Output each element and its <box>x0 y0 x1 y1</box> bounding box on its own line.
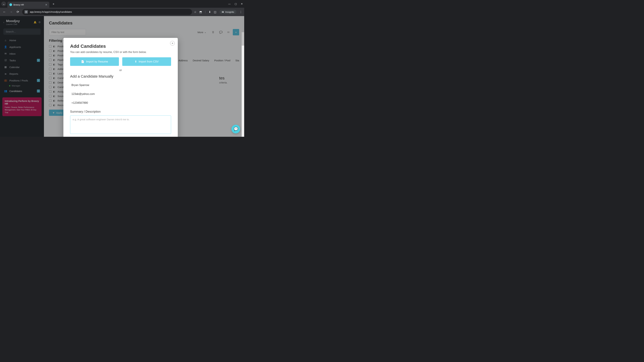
close-tab-button[interactable]: ✕ <box>45 3 47 6</box>
summary-label: Summary / Description <box>70 110 171 113</box>
minimize-button[interactable]: — <box>228 2 230 5</box>
browser-tab-strip: ⌄ Breezy HR ✕ ＋ — ▢ ✕ <box>0 0 244 8</box>
browser-tab[interactable]: Breezy HR ✕ <box>8 2 49 8</box>
url-bar[interactable]: ⚙ app.breezy.hr/app/c/moodjoy/candidates <box>22 9 192 15</box>
favicon-icon <box>10 3 12 6</box>
extensions-icon[interactable]: ⬒ <box>200 10 202 13</box>
scrollbar-thumb[interactable] <box>242 32 244 45</box>
incognito-label: Incognito <box>225 11 234 13</box>
candidate-email-input[interactable] <box>70 90 171 98</box>
url-text: app.breezy.hr/app/c/moodjoy/candidates <box>30 10 72 13</box>
incognito-icon: 🕶 <box>222 11 224 13</box>
chat-icon: 💬 <box>234 127 238 131</box>
chevron-down-icon: ⌄ <box>3 2 5 5</box>
window-controls: — ▢ ✕ <box>228 2 243 5</box>
candidate-phone-input[interactable] <box>70 99 171 107</box>
browser-toolbar: ← → ⟳ ⚙ app.breezy.hr/app/c/moodjoy/cand… <box>0 8 244 16</box>
or-separator: or <box>70 68 171 72</box>
bookmark-star-icon[interactable]: ☆ <box>194 10 196 13</box>
app-viewport: ‹ Moodjoy Lauren Deli 🔔 ⚙ Search... ⌂ Ho… <box>0 16 244 137</box>
candidate-name-input[interactable] <box>70 82 171 89</box>
back-button[interactable]: ← <box>2 10 7 14</box>
tab-search-button[interactable]: ⌄ <box>1 1 6 6</box>
summary-textarea[interactable] <box>70 115 171 134</box>
downloads-icon[interactable]: ⬇ <box>209 10 211 13</box>
new-tab-button[interactable]: ＋ <box>52 2 55 6</box>
side-panel-icon[interactable]: ◫ <box>214 10 216 13</box>
modal-subtitle: You can add candidates by resume, CSV or… <box>70 51 171 54</box>
add-candidates-modal: ✕ Add Candidates You can add candidates … <box>64 38 178 137</box>
upload-icon: ⬆ <box>135 60 137 63</box>
incognito-badge[interactable]: 🕶 Incognito <box>219 10 236 14</box>
manual-section-title: Add a Candidate Manually <box>70 74 171 79</box>
import-csv-button[interactable]: ⬆ Import from CSV <box>122 57 171 66</box>
tab-title: Breezy HR <box>14 3 45 6</box>
scrollbar-track[interactable] <box>242 32 244 137</box>
site-info-icon[interactable]: ⚙ <box>24 10 28 13</box>
forward-button[interactable]: → <box>9 10 14 14</box>
menu-button[interactable]: ⋮ <box>240 10 242 13</box>
modal-title: Add Candidates <box>70 43 171 49</box>
intercom-chat-button[interactable]: 💬 <box>232 125 240 133</box>
file-icon: 📄 <box>81 60 84 63</box>
close-window-button[interactable]: ✕ <box>241 2 243 5</box>
close-modal-button[interactable]: ✕ <box>170 41 175 45</box>
import-resume-button[interactable]: 📄 Import by Resume <box>70 57 119 66</box>
maximize-button[interactable]: ▢ <box>234 2 237 5</box>
reload-button[interactable]: ⟳ <box>16 10 20 14</box>
